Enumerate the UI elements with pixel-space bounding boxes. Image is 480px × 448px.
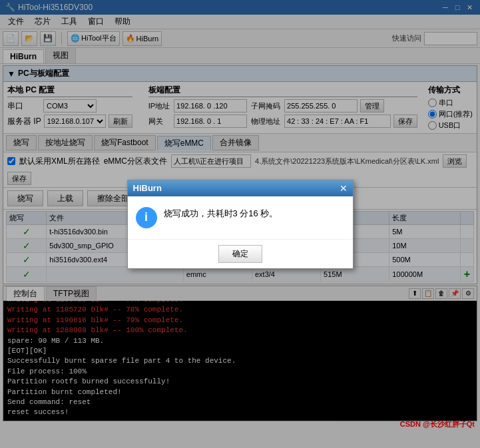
dialog-body: i 烧写成功，共耗时3 分16 秒。 <box>128 196 353 239</box>
dialog-info-icon: i <box>136 207 157 228</box>
dialog-message: 烧写成功，共耗时3 分16 秒。 <box>164 207 278 220</box>
dialog-overlay: HiBurn ✕ i 烧写成功，共耗时3 分16 秒。 确定 <box>0 0 480 448</box>
dialog-footer: 确定 <box>128 239 353 268</box>
dialog: HiBurn ✕ i 烧写成功，共耗时3 分16 秒。 确定 <box>127 180 354 269</box>
dialog-title-text: HiBurn <box>133 183 162 193</box>
dialog-title-bar: HiBurn ✕ <box>128 180 353 196</box>
dialog-close-button[interactable]: ✕ <box>340 183 348 194</box>
dialog-ok-button[interactable]: 确定 <box>218 245 262 263</box>
